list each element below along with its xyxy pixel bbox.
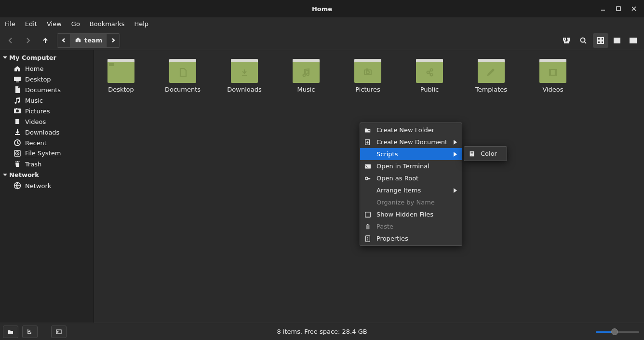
scripts-submenu: Color — [464, 146, 507, 161]
sidebar-item-label: Music — [25, 97, 43, 104]
compact-view-button[interactable] — [626, 33, 641, 48]
filesystem-icon — [13, 150, 21, 157]
chevron-down-icon — [3, 55, 7, 60]
ctx-organize: Organize by Name — [360, 196, 462, 208]
folder-public[interactable]: Public — [410, 62, 449, 93]
sidebar-group-my-computer[interactable]: My Computer — [0, 52, 94, 63]
ctx-show-hidden[interactable]: Show Hidden Files — [360, 208, 462, 220]
folder-desktop[interactable]: Desktop — [102, 62, 140, 93]
sidebar-item-recent[interactable]: Recent — [0, 137, 94, 148]
maximize-button[interactable] — [611, 2, 626, 15]
forward-button[interactable] — [20, 33, 36, 48]
svg-rect-13 — [631, 38, 633, 39]
icon-view-button[interactable] — [593, 33, 608, 48]
terminal-icon — [364, 163, 372, 170]
menu-go[interactable]: Go — [67, 17, 85, 30]
document-new-icon — [364, 138, 372, 146]
sidebar-item-label: Network — [25, 182, 51, 190]
folder-videos[interactable]: Videos — [534, 62, 572, 93]
pictures-icon — [13, 107, 21, 115]
ctx-open-root[interactable]: Open as Root — [360, 172, 462, 184]
window-title: Home — [312, 5, 332, 13]
up-button[interactable] — [38, 33, 53, 48]
folder-music[interactable]: Music — [287, 62, 325, 93]
sidebar-item-downloads[interactable]: Downloads — [0, 127, 94, 137]
ctx-item-label: Arrange Items — [376, 187, 447, 194]
sidebar-item-desktop[interactable]: Desktop — [0, 74, 94, 84]
status-text: 8 items, Free space: 28.4 GB — [277, 328, 367, 335]
downloads-icon — [13, 128, 21, 136]
menu-file[interactable]: File — [0, 17, 20, 30]
home-icon — [13, 65, 21, 72]
svg-rect-6 — [614, 38, 615, 39]
ctx-item-label: Open in Terminal — [376, 163, 447, 170]
back-button[interactable] — [3, 33, 18, 48]
svg-rect-8 — [614, 40, 615, 41]
search-button[interactable] — [576, 33, 591, 48]
ctx-scripts[interactable]: Scripts — [360, 148, 462, 160]
menu-help[interactable]: Help — [129, 17, 153, 30]
svg-rect-14 — [633, 38, 634, 39]
menubar: File Edit View Go Bookmarks Help — [0, 17, 644, 31]
folder-view[interactable]: DesktopDocumentsDownloadsMusicPicturesPu… — [94, 50, 644, 323]
menu-edit[interactable]: Edit — [20, 17, 42, 30]
folder-downloads[interactable]: Downloads — [225, 62, 264, 93]
sidebar-item-label: Downloads — [25, 129, 59, 136]
music-icon — [13, 96, 21, 104]
home-icon — [75, 36, 81, 44]
ctx-properties[interactable]: Properties — [360, 232, 462, 245]
sidebar-item-documents[interactable]: Documents — [0, 84, 94, 95]
toggle-location-button[interactable] — [558, 33, 574, 48]
minimize-button[interactable] — [596, 2, 610, 15]
folder-templates[interactable]: Templates — [472, 62, 510, 93]
sidebar-group-network[interactable]: Network — [0, 169, 94, 180]
ctx-new-document[interactable]: Create New Document — [360, 136, 462, 148]
folder-label: Public — [420, 86, 439, 93]
show-places-button[interactable] — [3, 326, 18, 338]
menu-view[interactable]: View — [42, 17, 67, 30]
toolbar: team — [0, 31, 644, 50]
statusbar: 8 items, Free space: 28.4 GB — [0, 323, 644, 340]
ctx-item-label: Show Hidden Files — [376, 211, 447, 218]
chevron-right-icon — [454, 140, 457, 145]
sidebar-item-trash[interactable]: Trash — [0, 159, 94, 169]
ctx-new-folder[interactable]: Create New Folder — [360, 124, 462, 136]
recent-icon — [13, 139, 21, 147]
svg-rect-22 — [633, 42, 634, 43]
path-prev-button[interactable] — [57, 34, 71, 47]
sidebar-item-music[interactable]: Music — [0, 95, 94, 106]
ctx-open-terminal[interactable]: Open in Terminal — [360, 160, 462, 172]
svg-rect-10 — [614, 42, 615, 43]
submenu-color[interactable]: Color — [464, 148, 507, 160]
sidebar-item-file-system[interactable]: File System — [0, 148, 94, 159]
folder-label: Downloads — [227, 86, 261, 93]
svg-rect-11 — [616, 42, 620, 43]
zoom-slider[interactable] — [596, 328, 639, 335]
close-button[interactable] — [627, 2, 641, 15]
folder-label: Pictures — [355, 86, 380, 93]
folder-documents[interactable]: Documents — [163, 62, 202, 93]
list-view-button[interactable] — [609, 33, 625, 48]
folder-label: Music — [297, 86, 315, 93]
menu-bookmarks[interactable]: Bookmarks — [85, 17, 130, 30]
svg-rect-3 — [601, 38, 604, 40]
sidebar-item-home[interactable]: Home — [0, 63, 94, 74]
svg-rect-21 — [631, 42, 633, 43]
svg-rect-0 — [617, 7, 620, 11]
close-sidebar-button[interactable] — [51, 326, 67, 338]
folder-pictures[interactable]: Pictures — [349, 62, 387, 93]
path-next-button[interactable] — [107, 34, 120, 47]
show-treeview-button[interactable] — [22, 326, 38, 338]
ctx-paste: Paste — [360, 220, 462, 232]
sidebar-item-pictures[interactable]: Pictures — [0, 106, 94, 116]
path-location: team — [84, 37, 102, 44]
ctx-item-label: Open as Root — [376, 175, 447, 182]
sidebar-item-videos[interactable]: Videos — [0, 116, 94, 127]
path-segment-home[interactable]: team — [71, 34, 107, 47]
sidebar-item-network[interactable]: Network — [0, 180, 94, 191]
ctx-arrange[interactable]: Arrange Items — [360, 184, 462, 196]
sidebar-item-label: Trash — [25, 161, 41, 168]
svg-rect-16 — [630, 40, 631, 41]
sidebar-item-label: Desktop — [25, 76, 51, 83]
ctx-item-label: Create New Document — [376, 138, 447, 146]
